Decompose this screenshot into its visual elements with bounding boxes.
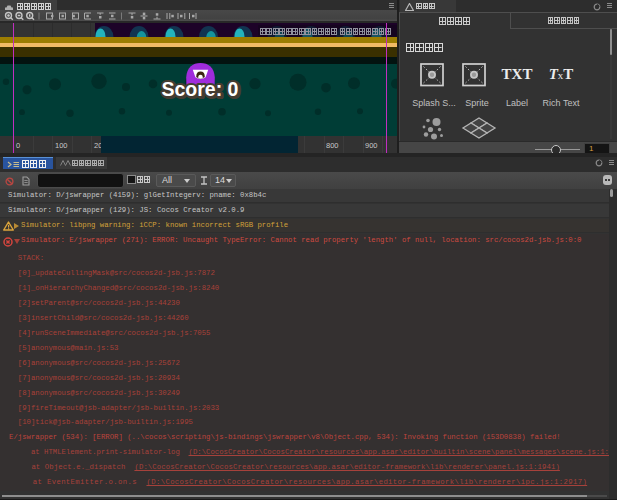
svg-text:Score: 0: Score: 0 bbox=[162, 78, 239, 100]
